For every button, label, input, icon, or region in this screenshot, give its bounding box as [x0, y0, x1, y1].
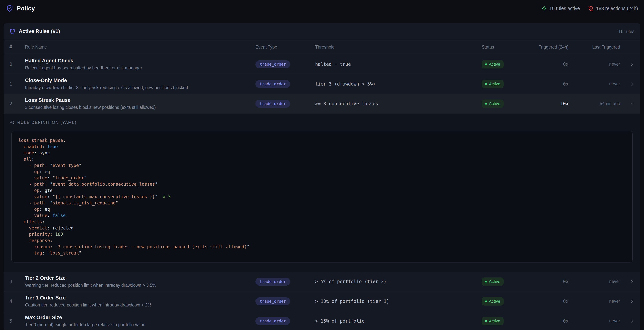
- rule-name-cell: Tier 1 Order SizeCaution tier: reduced p…: [25, 295, 256, 308]
- threshold-value: tier 3 (drawdown > 5%): [315, 81, 482, 87]
- yaml-line: op: eq: [18, 206, 626, 212]
- triggered-count: 0x: [530, 299, 568, 304]
- chevron-down-icon[interactable]: [620, 101, 634, 106]
- status-label: Active: [489, 318, 500, 324]
- rule-name-cell: Halted Agent CheckReject if agent has be…: [25, 58, 256, 70]
- event-type-badge: trade_order: [256, 80, 290, 88]
- yaml-line: op: eq: [18, 168, 626, 175]
- rule-name: Tier 2 Order Size: [25, 275, 250, 281]
- yaml-line: - path: "event.data.portfolio.consecutiv…: [18, 181, 626, 188]
- threshold-value: > 10% of portfolio (tier 1): [315, 299, 482, 304]
- event-type-cell: trade_order: [256, 278, 315, 286]
- chevron-right-icon[interactable]: [620, 82, 634, 86]
- status-dot-icon: [485, 83, 487, 85]
- event-type-cell: trade_order: [256, 100, 315, 108]
- status-cell: Active: [482, 278, 530, 286]
- event-type-badge: trade_order: [256, 298, 290, 305]
- last-triggered: never: [568, 81, 620, 86]
- status-badge: Active: [482, 80, 504, 88]
- col-header-last-triggered: Last Triggered: [568, 44, 620, 50]
- event-type-cell: trade_order: [256, 298, 315, 305]
- shield-check-icon: [6, 5, 13, 12]
- triggered-count: 0x: [530, 318, 568, 324]
- triggered-count: 0x: [530, 81, 568, 87]
- threshold-value: >= 3 consecutive losses: [315, 101, 482, 106]
- status-cell: Active: [482, 100, 530, 108]
- table-row[interactable]: 2Loss Streak Pause3 consecutive losing c…: [4, 94, 640, 114]
- rule-name: Loss Streak Pause: [25, 97, 250, 103]
- target-icon: [10, 120, 14, 125]
- table-row[interactable]: 3Tier 2 Order SizeWarning tier: reduced …: [4, 272, 640, 292]
- status-dot-icon: [485, 300, 487, 302]
- yaml-code-block: loss_streak_pause: enabled: true mode: s…: [12, 131, 632, 262]
- triggered-count: 0x: [530, 279, 568, 284]
- threshold-value: > 15% of portfolio: [315, 318, 482, 324]
- yaml-line: mode: sync: [18, 150, 626, 156]
- rule-definition-label: RULE DEFINITION (YAML): [10, 120, 632, 125]
- rule-index: 5: [10, 318, 25, 324]
- status-cell: Active: [482, 297, 530, 306]
- rule-name: Tier 1 Order Size: [25, 295, 250, 301]
- table-row[interactable]: 5Max Order SizeTier 0 (normal): single o…: [4, 311, 640, 330]
- yaml-line: value: false: [18, 212, 626, 219]
- status-label: Active: [489, 62, 500, 67]
- rule-name: Halted Agent Check: [25, 58, 250, 64]
- yaml-line: priority: 100: [18, 231, 626, 238]
- rule-index: 2: [10, 101, 25, 106]
- col-header-status: Status: [482, 44, 530, 50]
- rule-description: 3 consecutive losing closes blocks new p…: [25, 105, 250, 110]
- event-type-badge: trade_order: [256, 60, 290, 68]
- status-label: Active: [489, 279, 500, 284]
- event-type-cell: trade_order: [256, 80, 315, 88]
- rules-active-label: 16 rules active: [549, 6, 580, 11]
- rule-index: 0: [10, 62, 25, 67]
- rule-count-label: 16 rules: [618, 29, 634, 34]
- chevron-right-icon[interactable]: [620, 279, 634, 284]
- status-cell: Active: [482, 317, 530, 325]
- rules-active-indicator: 16 rules active: [542, 6, 580, 11]
- rule-name-cell: Max Order SizeTier 0 (normal): single or…: [25, 315, 256, 327]
- col-header-triggered: Triggered (24h): [530, 44, 568, 50]
- table-row[interactable]: 0Halted Agent CheckReject if agent has b…: [4, 54, 640, 74]
- table-row[interactable]: 4Tier 1 Order SizeCaution tier: reduced …: [4, 292, 640, 311]
- chevron-right-icon[interactable]: [620, 62, 634, 67]
- col-header-threshold: Threshold: [315, 44, 482, 50]
- rules-table-body: 0Halted Agent CheckReject if agent has b…: [4, 54, 640, 330]
- rule-definition-section: RULE DEFINITION (YAML)loss_streak_pause:…: [4, 114, 640, 272]
- event-type-badge: trade_order: [256, 278, 290, 286]
- rule-name-cell: Close-Only ModeIntraday drawdown hit tie…: [25, 78, 256, 90]
- chevron-right-icon[interactable]: [620, 299, 634, 304]
- rule-description: Reject if agent has been halted by heart…: [25, 66, 250, 70]
- rule-name: Close-Only Mode: [25, 78, 250, 84]
- rule-name-cell: Loss Streak Pause3 consecutive losing cl…: [25, 97, 256, 110]
- yaml-line: value: "trade_order": [18, 175, 626, 181]
- status-badge: Active: [482, 100, 504, 108]
- rule-index: 1: [10, 81, 25, 87]
- active-rules-panel: Active Rules (v1) 16 rules # Rule Name E…: [4, 23, 640, 330]
- status-dot-icon: [485, 63, 487, 65]
- shield-icon: [10, 28, 15, 34]
- rejections-label: 183 rejections (24h): [596, 6, 638, 11]
- last-triggered: never: [568, 279, 620, 284]
- status-dot-icon: [485, 320, 487, 322]
- status-cell: Active: [482, 60, 530, 68]
- last-triggered: never: [568, 299, 620, 304]
- status-label: Active: [489, 299, 500, 304]
- table-row[interactable]: 1Close-Only ModeIntraday drawdown hit ti…: [4, 74, 640, 94]
- status-cell: Active: [482, 80, 530, 88]
- yaml-line: tag: "loss_streak": [18, 250, 626, 256]
- yaml-line: effects:: [18, 219, 626, 225]
- rejections-indicator: 183 rejections (24h): [588, 6, 638, 11]
- chevron-right-icon[interactable]: [620, 318, 634, 324]
- yaml-line: all:: [18, 156, 626, 162]
- col-header-event-type: Event Type: [256, 44, 315, 50]
- rule-index: 3: [10, 279, 25, 284]
- yaml-line: response:: [18, 238, 626, 244]
- status-dot-icon: [485, 281, 487, 282]
- yaml-line: enabled: true: [18, 144, 626, 150]
- page-header: Policy 16 rules active 183 rejections (2…: [0, 0, 644, 17]
- col-header-rule-name: Rule Name: [25, 44, 256, 50]
- status-badge: Active: [482, 317, 504, 325]
- yaml-line: - path: "event.type": [18, 162, 626, 168]
- rule-description: Tier 0 (normal): single order too large …: [25, 322, 250, 327]
